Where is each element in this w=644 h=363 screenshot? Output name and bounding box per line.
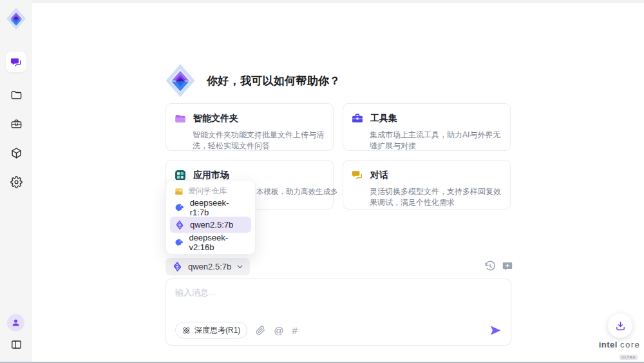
card-description: 集成市场上主流工具，助力AI与外界无缝扩展与对接	[370, 130, 502, 152]
card-title: 智能文件夹	[193, 113, 238, 124]
history-button[interactable]	[484, 260, 496, 272]
toolbox-icon	[10, 118, 23, 130]
mention-button[interactable]: @	[274, 326, 283, 335]
dialogue-icon	[351, 169, 364, 182]
sidebar-item-toolbox[interactable]	[6, 113, 26, 134]
card-description: 灵活切换多模型文件，支持多样回复效果调试，满足个性化需求	[370, 186, 502, 208]
intel-wordmark: intel	[599, 340, 618, 349]
card-description: 本模板，助力高效生成多	[256, 186, 325, 197]
toolset-icon	[351, 112, 364, 125]
gear-icon	[10, 176, 23, 188]
deepseek-icon	[175, 202, 185, 213]
new-chat-button[interactable]	[502, 260, 513, 272]
panel-toggle-icon	[10, 338, 23, 351]
app-logo-icon	[6, 7, 26, 30]
chat-icon	[10, 56, 23, 68]
model-group-label: 爱问学仓库	[170, 184, 251, 198]
cube-icon	[10, 147, 23, 159]
qwen-icon	[172, 261, 183, 272]
smart-folder-icon	[174, 112, 187, 125]
send-button[interactable]	[489, 324, 502, 337]
model-selector-value: qwen2.5:7b	[188, 262, 231, 271]
sidebar-item-folders[interactable]	[6, 84, 26, 105]
model-option-qwen[interactable]: qwen2.5:7b	[170, 217, 251, 233]
chevron-down-icon	[236, 263, 243, 270]
qwen-icon	[175, 220, 185, 230]
deep-think-toggle[interactable]: 深度思考(R1)	[175, 322, 247, 338]
history-icon	[484, 260, 496, 272]
message-composer: 深度思考(R1) @ #	[166, 279, 511, 346]
send-icon	[489, 324, 502, 337]
deepseek-icon	[175, 237, 184, 248]
user-profile-button[interactable]	[7, 314, 24, 331]
model-repo-icon	[175, 187, 184, 196]
sidebar	[0, 0, 32, 363]
hash-button[interactable]: #	[292, 326, 298, 335]
sidebar-item-settings[interactable]	[6, 172, 26, 192]
download-icon	[615, 320, 626, 331]
sidebar-collapse-button[interactable]	[6, 334, 26, 355]
model-selector[interactable]: qwen2.5:7b	[166, 258, 250, 275]
download-fab[interactable]	[608, 313, 632, 338]
card-title: 工具集	[370, 113, 397, 124]
card-dialogue[interactable]: 对话 灵活切换多模型文件，支持多样回复效果调试，满足个性化需求	[343, 160, 511, 210]
greeting-logo-icon	[164, 63, 196, 98]
model-option-deepseek-v2[interactable]: deepseek-v2:16b	[170, 234, 251, 250]
model-dropdown: 爱问学仓库 deepseek-r1:7b qwen2.5:7b deepseek…	[166, 180, 256, 255]
sidebar-item-chat[interactable]	[6, 52, 26, 72]
new-chat-icon	[502, 260, 513, 272]
message-input[interactable]	[166, 279, 511, 319]
app-window: 你好，我可以如何帮助你？ 智能文件夹 智能文件夹功能支持批量文件上传与清洗，轻松…	[0, 0, 644, 363]
card-title: 对话	[370, 170, 388, 181]
window-top-strip	[0, 0, 644, 3]
atom-icon	[182, 326, 191, 335]
folder-icon	[10, 89, 23, 101]
card-smart-folder[interactable]: 智能文件夹 智能文件夹功能支持批量文件上传与清洗，轻松实现文件问答	[166, 103, 334, 151]
composer-toolbar: 深度思考(R1) @ #	[175, 322, 502, 338]
attachment-button[interactable]	[256, 326, 265, 335]
card-toolset[interactable]: 工具集 集成市场上主流工具，助力AI与外界无缝扩展与对接	[343, 103, 511, 151]
deep-think-label: 深度思考(R1)	[194, 325, 240, 336]
intel-core-logo: intel core ULTRA	[598, 340, 641, 361]
user-avatar-icon	[11, 318, 21, 328]
greeting-title: 你好，我可以如何帮助你？	[207, 74, 341, 88]
card-description: 智能文件夹功能支持批量文件上传与清洗，轻松实现文件问答	[193, 130, 325, 152]
core-wordmark: core	[620, 340, 640, 349]
model-option-deepseek-r1[interactable]: deepseek-r1:7b	[170, 199, 251, 215]
ultra-badge: ULTRA	[620, 355, 638, 360]
sidebar-item-models[interactable]	[6, 142, 26, 163]
paperclip-icon	[256, 326, 265, 335]
